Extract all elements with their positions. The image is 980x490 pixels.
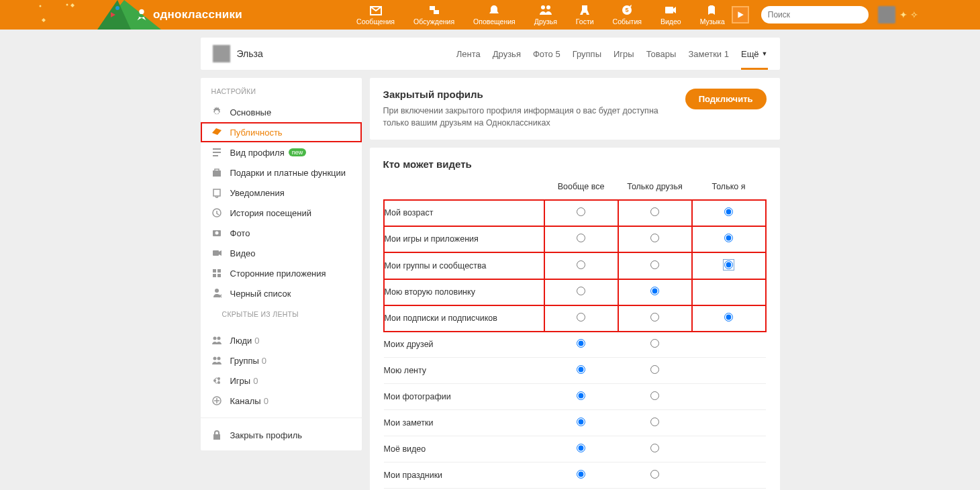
nav-Оповещения[interactable]: Оповещения <box>473 4 516 26</box>
radio-option[interactable] <box>650 234 659 242</box>
svg-point-16 <box>215 232 218 235</box>
sidebar-Вид профиля[interactable]: Вид профиляnew <box>201 142 362 162</box>
sidebar-icon <box>211 268 222 279</box>
enable-button[interactable]: Подключить <box>685 89 767 109</box>
sidebar-close-profile[interactable]: Закрыть профиль <box>201 425 362 445</box>
svg-point-7 <box>541 5 545 9</box>
search-input[interactable] <box>768 10 869 19</box>
sidebar-icon <box>211 355 222 366</box>
svg-rect-19 <box>217 269 221 273</box>
radio-option[interactable] <box>577 391 585 400</box>
row-label: Мои фотографии <box>384 384 544 410</box>
sidebar-header-settings: НАСТРОЙКИ <box>201 87 362 102</box>
sparkle-icon: ✦ ✧ <box>899 9 918 20</box>
profile-bar: Эльза ЛентаДрузьяФото 5ГруппыИгрыТоварыЗ… <box>201 38 780 70</box>
header-avatar[interactable] <box>878 6 895 23</box>
svg-rect-18 <box>213 269 216 273</box>
radio-option[interactable] <box>650 339 659 348</box>
row-label: Мои праздники <box>384 462 544 489</box>
sidebar-icon <box>211 395 222 406</box>
radio-option[interactable] <box>577 444 585 452</box>
radio-option[interactable] <box>724 260 733 269</box>
row-label: Мою вторую половинку <box>384 279 544 305</box>
svg-point-26 <box>217 357 220 360</box>
profile-name[interactable]: Эльза <box>237 48 263 59</box>
radio-option[interactable] <box>650 470 659 479</box>
nav-Обсуждения[interactable]: Обсуждения <box>413 4 454 26</box>
nav-Сообщения[interactable]: Сообщения <box>356 4 395 26</box>
radio-option[interactable] <box>577 365 585 374</box>
radio-option[interactable] <box>724 234 733 242</box>
radio-option[interactable] <box>650 260 659 269</box>
radio-option[interactable] <box>577 287 585 295</box>
sidebar-icon <box>211 127 222 138</box>
nav-Музыка[interactable]: Музыка <box>700 4 725 26</box>
radio-option[interactable] <box>724 207 733 216</box>
sidebar-Видео[interactable]: Видео <box>201 243 362 263</box>
radio-option[interactable] <box>577 418 585 426</box>
radio-option[interactable] <box>650 444 659 452</box>
radio-option[interactable] <box>650 207 659 216</box>
tab-Игры[interactable]: Игры <box>614 38 634 70</box>
sidebar-Сторонние приложения[interactable]: Сторонние приложения <box>201 263 362 283</box>
sidebar-Черный список[interactable]: Черный список <box>201 283 362 303</box>
sidebar-hidden-Каналы[interactable]: Каналы0 <box>201 391 362 411</box>
svg-text:5: 5 <box>626 7 629 13</box>
radio-option[interactable] <box>650 287 659 295</box>
profile-avatar[interactable] <box>213 45 230 62</box>
visibility-row: Моих друзей <box>384 332 766 358</box>
nav-Видео[interactable]: Видео <box>660 4 681 26</box>
nav-icon <box>664 4 677 16</box>
new-badge: new <box>289 148 307 156</box>
nav-Гости[interactable]: Гости <box>576 4 594 26</box>
sidebar-icon <box>211 228 222 238</box>
closed-profile-title: Закрытый профиль <box>383 89 672 100</box>
tab-Лента[interactable]: Лента <box>456 38 481 70</box>
radio-option[interactable] <box>577 234 585 242</box>
sidebar-Основные[interactable]: Основные <box>201 102 362 122</box>
svg-point-6 <box>139 9 144 14</box>
visibility-row: Мою вторую половинку <box>384 279 766 305</box>
radio-option[interactable] <box>577 339 585 348</box>
radio-option[interactable] <box>650 418 659 426</box>
brand-logo[interactable]: одноклассники <box>134 7 242 22</box>
tab-Заметки 1[interactable]: Заметки 1 <box>688 38 729 70</box>
radio-option[interactable] <box>577 470 585 479</box>
tab-Товары[interactable]: Товары <box>646 38 677 70</box>
tab-Ещё[interactable]: Ещё▼ <box>741 38 768 70</box>
sidebar-Уведомления[interactable]: Уведомления <box>201 183 362 203</box>
play-tile-icon[interactable] <box>732 6 749 23</box>
radio-option[interactable] <box>577 260 585 269</box>
lock-icon <box>211 430 222 440</box>
radio-option[interactable] <box>724 313 733 322</box>
svg-point-2 <box>115 6 119 10</box>
sidebar-hidden-Игры[interactable]: Игры0 <box>201 371 362 391</box>
radio-option[interactable] <box>650 391 659 400</box>
nav-icon: 5 <box>620 4 634 16</box>
radio-option[interactable] <box>577 313 585 322</box>
sidebar-Публичность[interactable]: Публичность <box>201 122 362 142</box>
sidebar-Фото[interactable]: Фото <box>201 223 362 243</box>
visibility-title: Кто может видеть <box>383 158 767 170</box>
tab-Группы[interactable]: Группы <box>573 38 601 70</box>
sidebar-hidden-Группы[interactable]: Группы0 <box>201 350 362 371</box>
nav-События[interactable]: 5События <box>613 4 642 26</box>
brand-text: одноклассники <box>153 8 242 21</box>
sidebar-Подарки и платные функции[interactable]: Подарки и платные функции <box>201 162 362 183</box>
sidebar-hidden-Люди[interactable]: Люди0 <box>201 330 362 350</box>
radio-option[interactable] <box>650 365 659 374</box>
visibility-row: Мои игры и приложения <box>384 226 766 252</box>
tab-Фото 5[interactable]: Фото 5 <box>533 38 560 70</box>
nav-Друзья[interactable]: Друзья <box>534 4 557 26</box>
radio-option[interactable] <box>650 313 659 322</box>
sidebar-История посещений[interactable]: История посещений <box>201 203 362 223</box>
header-search[interactable] <box>761 6 869 23</box>
row-label: Моё видео <box>384 436 544 462</box>
closed-profile-card: Закрытый профиль При включении закрытого… <box>370 78 780 140</box>
visibility-card: Кто может видеть Вообще всеТолько друзья… <box>370 148 780 490</box>
sidebar-icon <box>211 167 222 178</box>
radio-option[interactable] <box>577 207 585 216</box>
tab-Друзья[interactable]: Друзья <box>493 38 521 70</box>
svg-rect-17 <box>213 250 219 256</box>
svg-rect-20 <box>213 274 216 277</box>
